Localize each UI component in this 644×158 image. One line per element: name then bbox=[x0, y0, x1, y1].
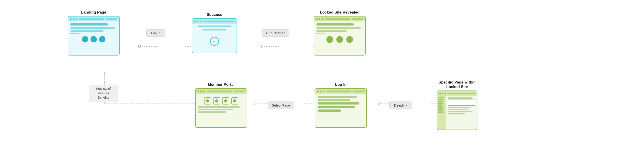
preview-box: Preview of Member Benefits bbox=[89, 85, 118, 102]
deeplink-connector: Deeplink bbox=[367, 101, 434, 110]
specific-page-main bbox=[446, 96, 477, 117]
login-connector: Log In bbox=[120, 28, 192, 38]
deeplink-action-box: Deeplink bbox=[390, 101, 412, 109]
success-browser: ✓ bbox=[192, 18, 237, 53]
specific-page-label: Specific Page within Locked Site bbox=[434, 80, 480, 89]
diagram-container: Landing Page bbox=[0, 0, 644, 158]
login-action-box: Log In bbox=[146, 29, 165, 36]
member-portal-squares bbox=[198, 97, 244, 104]
success-node: Success ✓ bbox=[192, 12, 237, 53]
landing-page-node: Landing Page bbox=[68, 10, 120, 56]
landing-page-browser bbox=[68, 16, 120, 56]
login-bottom-node: Log In bbox=[315, 82, 367, 128]
member-portal-node: Member Portal bbox=[195, 82, 247, 128]
bottom-row: Member Portal bbox=[195, 80, 480, 130]
success-checkmark: ✓ bbox=[210, 37, 219, 46]
specific-page-node: Specific Page within Locked Site bbox=[434, 80, 480, 130]
login-bottom-browser bbox=[315, 88, 367, 128]
specific-page-sidebar bbox=[437, 96, 446, 130]
select-page-connector: Select Page bbox=[247, 101, 315, 110]
locked-site-browser bbox=[314, 16, 366, 56]
login-bottom-label: Log In bbox=[335, 82, 347, 87]
auto-refresh-action-box: Auto-Refresh bbox=[262, 29, 289, 36]
specific-page-browser bbox=[437, 90, 478, 130]
member-portal-label: Member Portal bbox=[208, 82, 234, 87]
landing-page-label: Landing Page bbox=[81, 10, 106, 15]
locked-site-label: Locked Site Revealed bbox=[320, 10, 360, 15]
auto-refresh-connector: Auto-Refresh bbox=[237, 28, 314, 38]
preview-annotation: Preview of Member Benefits bbox=[89, 85, 118, 102]
locked-site-node: Locked Site Revealed bbox=[314, 10, 366, 56]
member-portal-browser bbox=[195, 88, 247, 128]
success-label: Success bbox=[207, 12, 222, 17]
select-page-action-box: Select Page bbox=[268, 101, 294, 109]
